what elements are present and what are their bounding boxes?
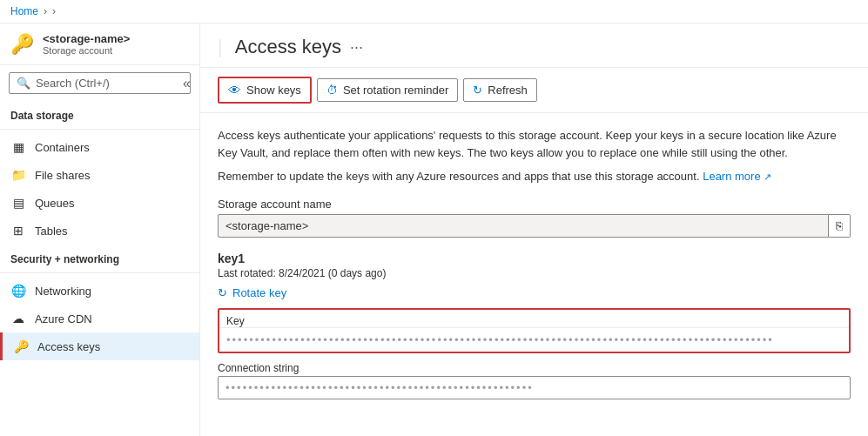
azure-cdn-icon: ☁ bbox=[10, 311, 26, 326]
search-placeholder: Search (Ctrl+/) bbox=[36, 77, 110, 90]
section-data-storage: Data storage ▦ Containers 📁 File shares … bbox=[0, 101, 199, 245]
rotation-icon: ⏱ bbox=[326, 84, 338, 97]
info-text-1: Access keys authenticate your applicatio… bbox=[218, 127, 851, 161]
show-keys-button[interactable]: 👁 Show keys bbox=[218, 77, 312, 104]
breadcrumb-home[interactable]: Home bbox=[10, 5, 38, 17]
storage-account-name-label: Storage account name bbox=[218, 198, 851, 211]
key1-last-rotated: Last rotated: 8/24/2021 (0 days ago) bbox=[218, 267, 851, 279]
sidebar: 🔑 <storage-name> Storage account 🔍 Searc… bbox=[0, 23, 200, 436]
rotate-key-button[interactable]: ↻ Rotate key bbox=[218, 285, 286, 301]
sidebar-item-containers-label: Containers bbox=[35, 141, 90, 154]
rotate-icon: ↻ bbox=[218, 286, 227, 299]
search-row: 🔍 Search (Ctrl+/) « bbox=[0, 65, 199, 101]
more-options-icon[interactable]: ··· bbox=[350, 38, 363, 57]
storage-account-icon: 🔑 bbox=[10, 33, 34, 56]
tables-icon: ⊞ bbox=[10, 223, 26, 238]
key1-key-input[interactable] bbox=[219, 327, 849, 352]
key1-title: key1 bbox=[218, 252, 851, 265]
sidebar-item-queues[interactable]: ▤ Queues bbox=[0, 189, 199, 217]
section-security-networking: Security + networking 🌐 Networking ☁ Azu… bbox=[0, 245, 199, 360]
sidebar-item-file-shares-label: File shares bbox=[35, 169, 91, 182]
networking-icon: 🌐 bbox=[10, 283, 26, 298]
sidebar-header: 🔑 <storage-name> Storage account bbox=[0, 23, 199, 65]
search-icon: 🔍 bbox=[17, 77, 30, 90]
storage-account-label: Storage account bbox=[43, 45, 130, 56]
file-shares-icon: 📁 bbox=[10, 167, 26, 183]
storage-account-name-copy-button[interactable]: ⎘ bbox=[829, 214, 851, 238]
page-title: Access keys bbox=[235, 36, 341, 58]
key1-section: key1 Last rotated: 8/24/2021 (0 days ago… bbox=[218, 252, 851, 399]
breadcrumb-sep2: › bbox=[52, 5, 56, 17]
sidebar-item-containers[interactable]: ▦ Containers bbox=[0, 133, 199, 161]
refresh-button[interactable]: ↻ Refresh bbox=[463, 78, 537, 102]
show-keys-label: Show keys bbox=[246, 84, 301, 97]
sidebar-item-azure-cdn-label: Azure CDN bbox=[35, 312, 92, 325]
sidebar-item-access-keys[interactable]: 🔑 Access keys bbox=[0, 332, 199, 360]
storage-account-name-input[interactable] bbox=[218, 214, 829, 238]
key1-key-box: Key bbox=[218, 308, 851, 353]
info-text-2: Remember to update the keys with any Azu… bbox=[218, 168, 851, 185]
queues-icon: ▤ bbox=[10, 195, 26, 211]
refresh-label: Refresh bbox=[488, 84, 528, 97]
breadcrumb: Home › › bbox=[10, 5, 56, 17]
content-area: | Access keys ··· 👁 Show keys ⏱ Set rota… bbox=[200, 23, 868, 436]
section-label-data-storage: Data storage bbox=[0, 101, 199, 125]
content-title-separator: | bbox=[218, 36, 223, 58]
key1-connection-string-input[interactable] bbox=[218, 376, 851, 399]
search-box[interactable]: 🔍 Search (Ctrl+/) bbox=[9, 72, 191, 94]
set-rotation-button[interactable]: ⏱ Set rotation reminder bbox=[317, 78, 458, 102]
copy-icon: ⎘ bbox=[836, 219, 843, 232]
storage-account-name-row: ⎘ bbox=[218, 214, 851, 238]
breadcrumb-sep1: › bbox=[44, 5, 47, 17]
external-link-icon: ↗ bbox=[764, 171, 771, 182]
key1-key-label: Key bbox=[219, 310, 849, 327]
sidebar-item-tables[interactable]: ⊞ Tables bbox=[0, 217, 199, 245]
toolbar: 👁 Show keys ⏱ Set rotation reminder ↻ Re… bbox=[200, 68, 868, 113]
collapse-icon[interactable]: « bbox=[179, 72, 194, 95]
sidebar-item-file-shares[interactable]: 📁 File shares bbox=[0, 161, 199, 189]
rotate-key-label: Rotate key bbox=[232, 286, 286, 299]
learn-more-link[interactable]: Learn more ↗ bbox=[703, 170, 771, 183]
key1-connection-string-label: Connection string bbox=[218, 362, 851, 374]
section-label-security: Security + networking bbox=[0, 245, 199, 269]
set-rotation-label: Set rotation reminder bbox=[343, 84, 448, 97]
refresh-icon: ↻ bbox=[473, 84, 482, 97]
storage-account-name: <storage-name> bbox=[43, 32, 130, 45]
top-bar: Home › › bbox=[0, 0, 868, 23]
containers-icon: ▦ bbox=[10, 139, 26, 155]
sidebar-item-azure-cdn[interactable]: ☁ Azure CDN bbox=[0, 305, 199, 332]
eye-icon: 👁 bbox=[228, 83, 241, 97]
content-body: Access keys authenticate your applicatio… bbox=[200, 113, 868, 413]
access-keys-icon: 🔑 bbox=[13, 339, 29, 354]
sidebar-item-tables-label: Tables bbox=[35, 225, 68, 238]
sidebar-item-queues-label: Queues bbox=[35, 197, 75, 210]
sidebar-item-networking[interactable]: 🌐 Networking bbox=[0, 277, 199, 305]
sidebar-item-access-keys-label: Access keys bbox=[37, 340, 100, 353]
content-header: | Access keys ··· bbox=[200, 23, 868, 68]
sidebar-item-networking-label: Networking bbox=[35, 285, 91, 298]
